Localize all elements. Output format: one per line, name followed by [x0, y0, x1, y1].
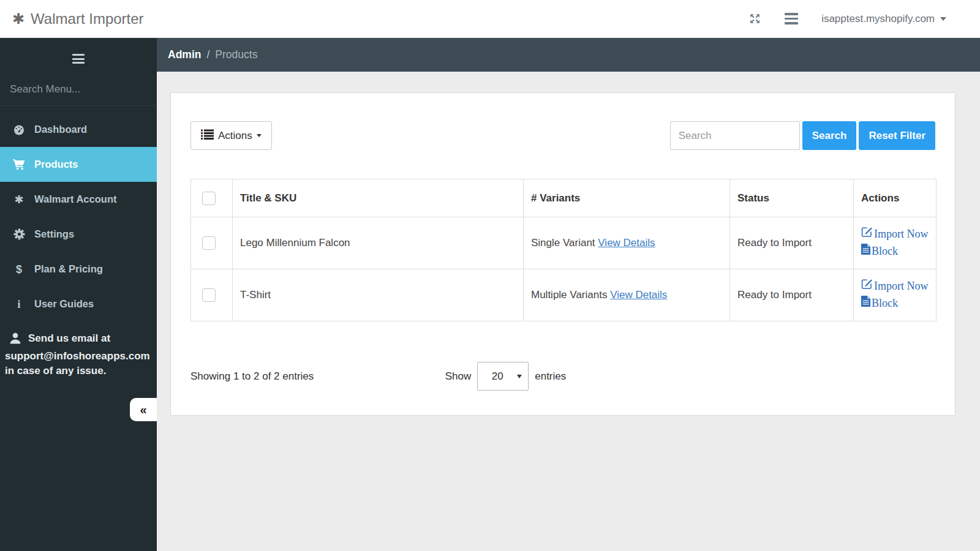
page-size-value: 20	[478, 370, 517, 383]
sidebar: Dashboard Products ✱ Walmart Account	[0, 38, 157, 551]
products-table: Title & SKU # Variants Status Actions Le…	[190, 179, 937, 321]
app-title: Walmart Importer	[31, 10, 143, 28]
row-checkbox-cell	[191, 217, 233, 269]
view-details-link[interactable]: View Details	[610, 289, 667, 301]
file-icon	[861, 243, 870, 260]
sidebar-item-label: Settings	[34, 228, 74, 240]
showing-entries-text: Showing 1 to 2 of 2 entries	[190, 370, 445, 383]
import-now-link[interactable]: Import Now	[861, 278, 929, 295]
edit-icon	[861, 278, 873, 295]
table-row: T-Shirt Multiple Variants View Details R…	[191, 269, 937, 321]
breadcrumb: Admin / Products	[157, 38, 980, 72]
table-header-row: Title & SKU # Variants Status Actions	[191, 179, 937, 217]
table-row: Lego Millennium Falcon Single Variant Vi…	[191, 217, 937, 269]
sidebar-item-label: User Guides	[34, 298, 94, 310]
fullscreen-icon[interactable]	[748, 12, 761, 25]
products-card: Actions Search Reset Filter	[170, 92, 956, 416]
show-label: Show	[445, 370, 472, 383]
caret-down-icon	[257, 134, 262, 137]
actions-dropdown-button[interactable]: Actions	[190, 121, 272, 150]
sidebar-item-label: Dashboard	[34, 124, 87, 135]
row-variants-cell: Multiple Variants View Details	[524, 269, 730, 321]
shop-domain-dropdown[interactable]: isapptest.myshopify.com	[821, 13, 946, 25]
breadcrumb-separator: /	[206, 48, 209, 61]
sidebar-menu-toggle[interactable]	[0, 38, 157, 75]
row-title-cell: T-Shirt	[233, 269, 524, 321]
import-now-link[interactable]: Import Now	[861, 226, 929, 243]
row-variants-cell: Single Variant View Details	[524, 217, 730, 269]
select-all-cell	[191, 179, 233, 217]
content-area: Actions Search Reset Filter	[157, 72, 980, 551]
view-details-link[interactable]: View Details	[598, 237, 655, 249]
walmart-spark-icon: ✱	[12, 12, 24, 26]
column-header-title-sku: Title & SKU	[233, 179, 524, 217]
sidebar-item-label: Products	[34, 159, 78, 170]
menu-toggle-icon[interactable]	[785, 13, 798, 24]
info-icon: i	[11, 298, 27, 311]
row-actions-cell: Import Now	[854, 269, 937, 321]
column-header-variants: # Variants	[524, 179, 730, 217]
toolbar: Actions Search Reset Filter	[190, 121, 935, 150]
table-footer: Showing 1 to 2 of 2 entries Show 20 entr…	[190, 362, 935, 391]
breadcrumb-page: Products	[215, 48, 257, 61]
sidebar-nav: Dashboard Products ✱ Walmart Account	[0, 112, 157, 321]
hamburger-icon	[72, 54, 85, 64]
sidebar-collapse-button[interactable]: «	[130, 398, 157, 421]
reset-filter-button[interactable]: Reset Filter	[859, 121, 935, 150]
block-label: Block	[872, 295, 898, 312]
import-now-label: Import Now	[874, 226, 929, 243]
list-icon	[201, 129, 214, 143]
sidebar-item-settings[interactable]: Settings	[0, 217, 157, 252]
column-header-status: Status	[730, 179, 854, 217]
row-title-cell: Lego Millennium Falcon	[233, 217, 524, 269]
support-note-text: Send us email at support@infoshoreapps.c…	[5, 332, 150, 377]
variants-text: Single Variant	[531, 237, 595, 249]
sidebar-item-label: Walmart Account	[34, 193, 116, 205]
topbar-right: isapptest.myshopify.com	[748, 12, 980, 25]
block-link[interactable]: Block	[861, 295, 929, 312]
row-status-cell: Ready to Import	[730, 217, 854, 269]
row-actions-cell: Import Now	[854, 217, 937, 269]
app-logo[interactable]: ✱ Walmart Importer	[0, 10, 144, 28]
row-checkbox[interactable]	[202, 288, 216, 302]
main-area: Admin / Products	[157, 38, 980, 551]
column-header-actions: Actions	[854, 179, 937, 217]
sidebar-item-walmart-account[interactable]: ✱ Walmart Account	[0, 182, 157, 217]
block-link[interactable]: Block	[861, 243, 929, 260]
top-header: ✱ Walmart Importer isapptest.myshopify.c…	[0, 0, 980, 38]
sidebar-search-wrap	[0, 75, 157, 106]
search-input[interactable]	[670, 121, 800, 150]
support-note: Send us email at support@infoshoreapps.c…	[0, 331, 157, 379]
app-root: ✱ Walmart Importer isapptest.myshopify.c…	[0, 0, 980, 551]
sidebar-item-dashboard[interactable]: Dashboard	[0, 112, 157, 147]
person-icon	[9, 332, 22, 349]
import-now-label: Import Now	[874, 278, 929, 295]
row-checkbox-cell	[191, 269, 233, 321]
actions-label: Actions	[218, 130, 252, 142]
sidebar-search-input[interactable]	[10, 83, 147, 96]
gear-icon	[11, 228, 27, 240]
dollar-icon: $	[11, 264, 27, 275]
block-label: Block	[872, 243, 898, 260]
sidebar-item-plan-pricing[interactable]: $ Plan & Pricing	[0, 252, 157, 287]
search-button[interactable]: Search	[802, 121, 857, 150]
select-arrow-icon	[517, 375, 522, 378]
chevron-down-icon	[940, 17, 946, 21]
row-status-cell: Ready to Import	[730, 269, 854, 321]
sidebar-item-products[interactable]: Products	[0, 147, 157, 182]
select-all-checkbox[interactable]	[202, 192, 216, 205]
entries-label: entries	[535, 370, 566, 383]
edit-icon	[861, 226, 873, 243]
dashboard-gauge-icon	[11, 124, 27, 136]
sidebar-item-user-guides[interactable]: i User Guides	[0, 287, 157, 321]
shop-domain-label: isapptest.myshopify.com	[821, 13, 935, 25]
breadcrumb-admin[interactable]: Admin	[168, 48, 201, 61]
sidebar-item-label: Plan & Pricing	[34, 263, 103, 275]
page-size-select[interactable]: 20	[477, 362, 529, 391]
page-size-group: Show 20 entries	[445, 362, 567, 391]
walmart-spark-icon: ✱	[11, 194, 27, 205]
cart-icon	[11, 159, 27, 170]
variants-text: Multiple Variants	[531, 289, 607, 301]
row-checkbox[interactable]	[202, 236, 216, 250]
file-icon	[861, 295, 870, 312]
